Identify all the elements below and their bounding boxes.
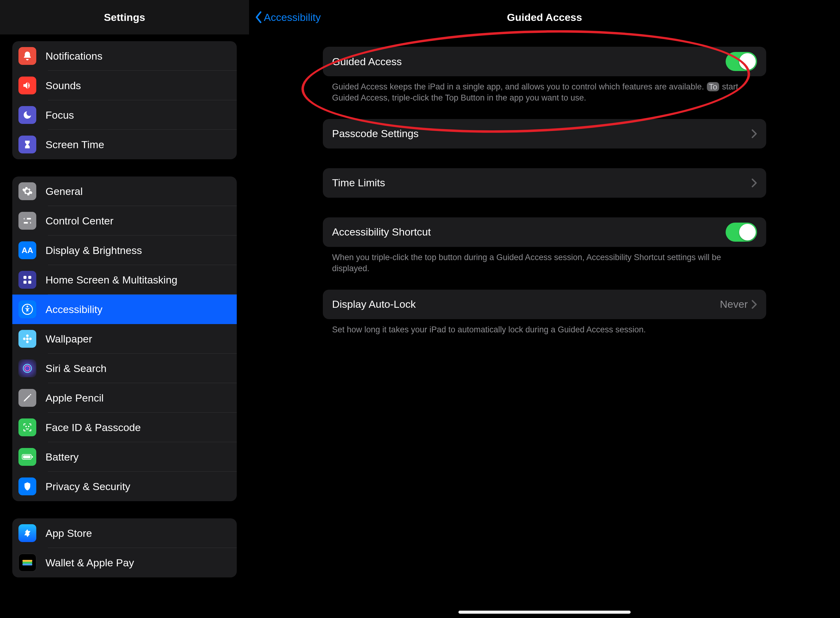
- accessibility-shortcut-group: Accessibility Shortcut: [323, 217, 766, 247]
- sidebar-item-label: Notifications: [46, 50, 102, 62]
- sidebar-item-faceid-passcode[interactable]: Face ID & Passcode: [12, 413, 237, 442]
- guided-access-cell[interactable]: Guided Access: [323, 47, 766, 76]
- sidebar-item-label: Display & Brightness: [46, 244, 142, 256]
- svg-point-2: [25, 217, 27, 220]
- display-autolock-group: Display Auto-Lock Never: [323, 290, 766, 319]
- home-indicator: [459, 611, 631, 614]
- sidebar-item-label: Focus: [46, 109, 74, 121]
- cell-label: Guided Access: [332, 56, 402, 68]
- sidebar-item-label: Face ID & Passcode: [46, 422, 141, 434]
- settings-app: Settings Notifications Sounds: [0, 0, 840, 618]
- cell-label: Accessibility Shortcut: [332, 226, 431, 238]
- display-autolock-footer: Set how long it takes your iPad to autom…: [323, 319, 766, 335]
- accessibility-icon: [18, 300, 36, 318]
- detail-pane: Accessibility Guided Access Guided Acces…: [249, 0, 840, 618]
- aa-icon: AA: [18, 241, 36, 259]
- svg-point-3: [28, 222, 30, 224]
- time-limits-cell[interactable]: Time Limits: [323, 168, 766, 198]
- sliders-icon: [18, 212, 36, 230]
- sidebar-item-label: Screen Time: [46, 139, 104, 151]
- chevron-left-icon: [255, 11, 263, 23]
- sidebar-item-label: Control Center: [46, 215, 113, 227]
- sidebar-item-label: Privacy & Security: [46, 481, 131, 493]
- sidebar-item-sounds[interactable]: Sounds: [12, 71, 237, 100]
- sidebar-group-2: App Store Wallet & Apple Pay: [12, 518, 237, 578]
- accessibility-shortcut-cell[interactable]: Accessibility Shortcut: [323, 217, 766, 247]
- battery-icon: [18, 448, 36, 466]
- svg-point-11: [26, 334, 29, 337]
- wallet-icon: [18, 554, 36, 572]
- chevron-right-icon: [751, 129, 757, 138]
- sidebar-item-apple-pencil[interactable]: Apple Pencil: [12, 383, 237, 413]
- sidebar-item-general[interactable]: General: [12, 177, 237, 206]
- sidebar-item-wallpaper[interactable]: Wallpaper: [12, 324, 237, 354]
- footer-text-pre: Guided Access keeps the iPad in a single…: [332, 82, 706, 91]
- moon-icon: [18, 106, 36, 124]
- svg-rect-22: [22, 560, 32, 562]
- svg-point-9: [27, 306, 28, 308]
- sidebar-item-label: Home Screen & Multitasking: [46, 274, 177, 286]
- speaker-icon: [18, 77, 36, 94]
- svg-rect-4: [23, 276, 27, 279]
- guided-access-footer: Guided Access keeps the iPad in a single…: [323, 76, 766, 104]
- page-title: Guided Access: [507, 11, 582, 23]
- svg-rect-23: [22, 562, 32, 564]
- passcode-settings-group: Passcode Settings: [323, 119, 766, 149]
- accessibility-shortcut-toggle[interactable]: [726, 223, 757, 242]
- svg-rect-7: [28, 281, 31, 284]
- sidebar-item-app-store[interactable]: App Store: [12, 518, 237, 548]
- guided-access-toggle[interactable]: [726, 52, 757, 71]
- sidebar-item-label: App Store: [46, 527, 92, 539]
- hourglass-icon: [18, 135, 36, 153]
- sidebar-item-siri-search[interactable]: Siri & Search: [12, 354, 237, 383]
- cell-label: Time Limits: [332, 177, 385, 189]
- gear-icon: [18, 182, 36, 200]
- sidebar-item-home-screen[interactable]: Home Screen & Multitasking: [12, 265, 237, 294]
- svg-point-12: [26, 341, 29, 343]
- sidebar-item-display-brightness[interactable]: AA Display & Brightness: [12, 236, 237, 265]
- sidebar-item-battery[interactable]: Battery: [12, 442, 237, 472]
- cell-label: Passcode Settings: [332, 128, 419, 140]
- sidebar-item-notifications[interactable]: Notifications: [12, 41, 237, 71]
- sidebar-item-screen-time[interactable]: Screen Time: [12, 130, 237, 159]
- guided-access-group: Guided Access: [323, 47, 766, 76]
- sidebar-item-control-center[interactable]: Control Center: [12, 206, 237, 236]
- sidebar-item-label: Siri & Search: [46, 362, 106, 374]
- hand-icon: [18, 477, 36, 495]
- sidebar-item-focus[interactable]: Focus: [12, 100, 237, 130]
- footer-pill: To: [707, 82, 719, 91]
- sidebar-title: Settings: [0, 0, 249, 34]
- svg-point-17: [26, 426, 27, 427]
- siri-icon: [18, 360, 36, 377]
- cell-label: Display Auto-Lock: [332, 298, 416, 310]
- cell-value: Never: [720, 298, 748, 310]
- sidebar-item-label: Battery: [46, 451, 79, 463]
- svg-point-14: [29, 337, 32, 340]
- sidebar-item-label: Wallet & Apple Pay: [46, 557, 134, 569]
- svg-rect-5: [28, 276, 31, 279]
- grid-icon: [18, 271, 36, 289]
- sidebar-item-label: General: [46, 186, 83, 198]
- passcode-settings-cell[interactable]: Passcode Settings: [323, 119, 766, 149]
- sidebar-item-label: Apple Pencil: [46, 392, 104, 404]
- sidebar-item-wallet-apple-pay[interactable]: Wallet & Apple Pay: [12, 548, 237, 578]
- sidebar-item-accessibility[interactable]: Accessibility: [12, 294, 237, 324]
- sidebar-item-label: Accessibility: [46, 303, 102, 315]
- sidebar-item-label: Wallpaper: [46, 333, 92, 345]
- display-autolock-cell[interactable]: Display Auto-Lock Never: [323, 290, 766, 319]
- chevron-right-icon: [751, 300, 757, 309]
- svg-rect-20: [23, 455, 30, 458]
- sidebar-item-privacy-security[interactable]: Privacy & Security: [12, 472, 237, 501]
- sidebar-group-1: General Control Center AA Display & Brig…: [12, 177, 237, 501]
- chevron-right-icon: [751, 178, 757, 187]
- svg-rect-6: [23, 281, 27, 284]
- sidebar-item-label: Sounds: [46, 80, 81, 92]
- bell-icon: [18, 47, 36, 65]
- accessibility-shortcut-footer: When you triple-click the top button dur…: [323, 247, 766, 274]
- sidebar-group-0: Notifications Sounds Focus: [12, 41, 237, 159]
- time-limits-group: Time Limits: [323, 168, 766, 198]
- sidebar-scroll[interactable]: Notifications Sounds Focus: [0, 34, 249, 618]
- pencil-icon: [18, 389, 36, 407]
- faceid-icon: [18, 419, 36, 436]
- back-button[interactable]: Accessibility: [255, 0, 321, 34]
